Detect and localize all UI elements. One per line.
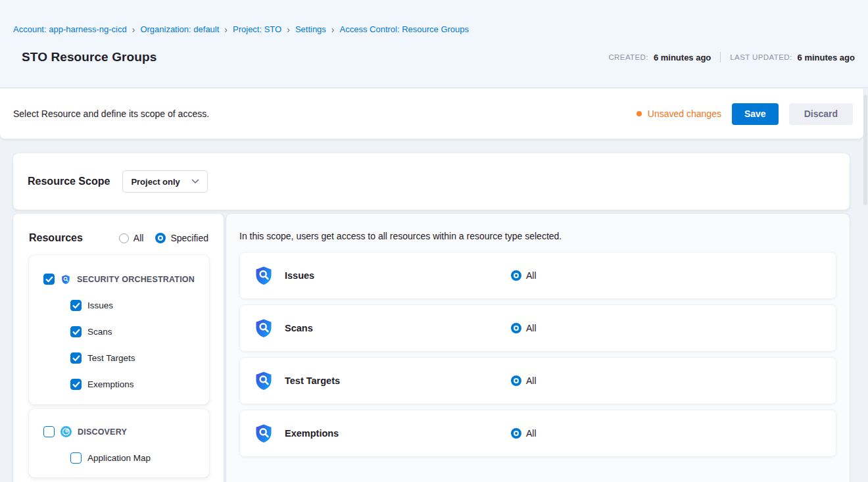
sto-shield-icon bbox=[60, 274, 71, 285]
resource-scope-value: Project only bbox=[131, 177, 180, 187]
resource-row-label: Scans bbox=[285, 323, 511, 333]
check-icon bbox=[72, 329, 80, 335]
chevron-right-icon: › bbox=[224, 24, 228, 34]
radio-all-label: All bbox=[133, 233, 144, 243]
radio-access-all-label: All bbox=[526, 323, 537, 333]
radio-specified[interactable]: Specified bbox=[155, 233, 208, 243]
resource-row-label: Exemptions bbox=[285, 428, 511, 439]
page-header: Account: app-harness-ng-cicd › Organizat… bbox=[0, 0, 868, 88]
radio-access-all-exemptions[interactable]: All bbox=[511, 428, 537, 439]
group-label-discovery: DISCOVERY bbox=[78, 427, 127, 437]
created-label: CREATED: bbox=[608, 53, 648, 61]
checkbox-issues[interactable] bbox=[70, 300, 82, 311]
last-updated-label: LAST UPDATED: bbox=[730, 53, 792, 61]
toolbar: Select Resource and define its scope of … bbox=[0, 89, 863, 139]
resource-scope-card: Resource Scope Project only bbox=[13, 153, 850, 210]
discovery-icon bbox=[60, 426, 72, 437]
resource-group-discovery: DISCOVERY Application Map bbox=[29, 409, 209, 477]
radio-access-all-control[interactable] bbox=[511, 323, 521, 333]
checkbox-test-targets[interactable] bbox=[70, 352, 82, 364]
resource-row-test-targets: Test Targets All bbox=[239, 357, 836, 404]
last-updated-value: 6 minutes ago bbox=[798, 53, 855, 62]
radio-all[interactable]: All bbox=[119, 233, 144, 243]
discard-button[interactable]: Discard bbox=[789, 103, 853, 125]
sto-shield-icon bbox=[253, 370, 274, 391]
checkbox-application-map-label: Application Map bbox=[87, 453, 151, 463]
checkbox-item-application-map[interactable]: Application Map bbox=[70, 452, 203, 464]
resource-scope-label: Resource Scope bbox=[28, 176, 110, 187]
radio-access-all-control[interactable] bbox=[511, 270, 521, 281]
resources-panel: Resources All Specified bbox=[13, 214, 224, 482]
group-label-security-orchestration: SECURITY ORCHESTRATION bbox=[77, 275, 195, 284]
resources-title: Resources bbox=[29, 232, 83, 244]
scrollbar-thumb[interactable] bbox=[863, 95, 867, 205]
radio-access-all-issues[interactable]: All bbox=[511, 270, 537, 281]
check-icon bbox=[72, 302, 80, 309]
unsaved-changes-label: Unsaved changes bbox=[648, 108, 721, 119]
created-value: 6 minutes ago bbox=[654, 53, 711, 62]
radio-access-all-test-targets[interactable]: All bbox=[511, 375, 537, 386]
radio-access-all-label: All bbox=[526, 270, 537, 281]
checkbox-exemptions[interactable] bbox=[70, 379, 82, 390]
chevron-right-icon: › bbox=[287, 24, 290, 34]
sto-shield-icon bbox=[253, 423, 274, 444]
breadcrumb-link-project[interactable]: Project: STO bbox=[233, 24, 281, 34]
resource-access-panel: In this scope, users get access to all r… bbox=[226, 214, 850, 482]
resource-row-issues: Issues All bbox=[239, 252, 836, 299]
resource-row-scans: Scans All bbox=[239, 304, 836, 352]
resource-scope-select[interactable]: Project only bbox=[122, 170, 208, 193]
chevron-right-icon: › bbox=[132, 24, 135, 34]
radio-all-control[interactable] bbox=[119, 233, 129, 243]
resource-row-exemptions: Exemptions All bbox=[239, 410, 836, 457]
check-icon bbox=[45, 276, 53, 283]
chevron-right-icon: › bbox=[331, 24, 335, 34]
checkbox-security-orchestration[interactable] bbox=[43, 274, 55, 285]
resource-group-security-orchestration: SECURITY ORCHESTRATION Issues Scans bbox=[29, 255, 209, 404]
breadcrumb: Account: app-harness-ng-cicd › Organizat… bbox=[13, 24, 469, 34]
check-icon bbox=[72, 381, 80, 388]
toolbar-description: Select Resource and define its scope of … bbox=[13, 108, 209, 119]
checkbox-discovery[interactable] bbox=[43, 426, 55, 437]
scrollbar-track[interactable] bbox=[863, 91, 867, 479]
checkbox-item-scans[interactable]: Scans bbox=[70, 326, 203, 337]
checkbox-item-test-targets[interactable]: Test Targets bbox=[70, 352, 203, 364]
unsaved-changes-indicator: Unsaved changes bbox=[637, 108, 721, 119]
radio-specified-control[interactable] bbox=[155, 233, 166, 243]
meta-divider bbox=[720, 52, 721, 62]
resource-row-label: Issues bbox=[285, 270, 511, 281]
scope-intro-text: In this scope, users get access to all r… bbox=[239, 231, 836, 241]
breadcrumb-link-access-control[interactable]: Access Control: Resource Groups bbox=[340, 24, 470, 34]
checkbox-issues-label: Issues bbox=[87, 301, 113, 310]
radio-access-all-control[interactable] bbox=[511, 428, 521, 439]
unsaved-dot-icon bbox=[637, 111, 642, 116]
breadcrumb-link-account[interactable]: Account: app-harness-ng-cicd bbox=[13, 24, 127, 34]
radio-access-all-label: All bbox=[526, 375, 537, 386]
save-button[interactable]: Save bbox=[732, 103, 779, 125]
checkbox-application-map[interactable] bbox=[70, 452, 82, 464]
checkbox-item-issues[interactable]: Issues bbox=[70, 300, 203, 311]
content-area: Resource Scope Project only Resources Al… bbox=[0, 139, 863, 482]
breadcrumb-link-settings[interactable]: Settings bbox=[295, 24, 326, 34]
radio-access-all-scans[interactable]: All bbox=[511, 323, 537, 333]
resource-row-label: Test Targets bbox=[285, 375, 511, 386]
checkbox-exemptions-label: Exemptions bbox=[87, 379, 134, 389]
sto-shield-icon bbox=[253, 265, 274, 286]
checkbox-test-targets-label: Test Targets bbox=[87, 353, 135, 363]
checkbox-item-exemptions[interactable]: Exemptions bbox=[70, 379, 203, 390]
radio-access-all-label: All bbox=[526, 428, 537, 439]
check-icon bbox=[72, 355, 80, 362]
breadcrumb-link-organization[interactable]: Organization: default bbox=[140, 24, 219, 34]
radio-access-all-control[interactable] bbox=[511, 375, 521, 386]
checkbox-scans[interactable] bbox=[70, 326, 82, 337]
checkbox-scans-label: Scans bbox=[87, 327, 112, 337]
meta-info: CREATED: 6 minutes ago LAST UPDATED: 6 m… bbox=[608, 52, 855, 62]
sto-shield-icon bbox=[253, 318, 274, 339]
page-title: STO Resource Groups bbox=[22, 50, 157, 64]
radio-specified-label: Specified bbox=[170, 233, 208, 243]
chevron-down-icon bbox=[191, 179, 199, 184]
